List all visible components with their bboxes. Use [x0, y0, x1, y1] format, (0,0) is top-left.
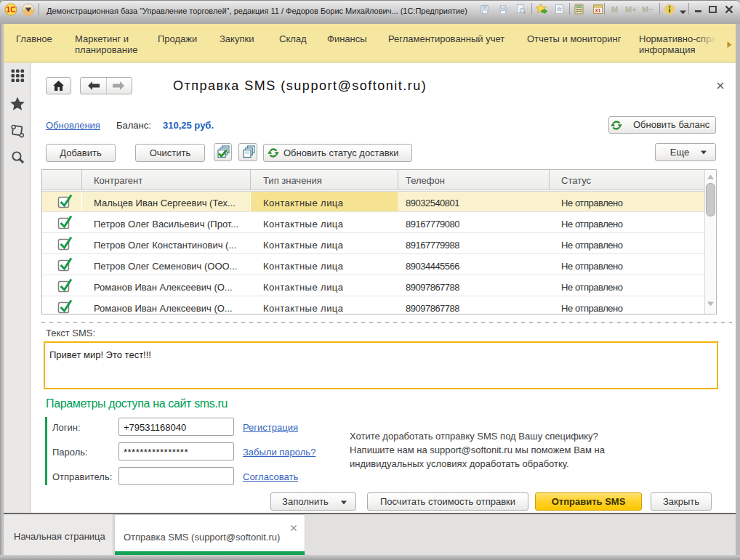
svg-text:31: 31	[595, 7, 600, 14]
svg-text:1C: 1C	[7, 6, 16, 14]
